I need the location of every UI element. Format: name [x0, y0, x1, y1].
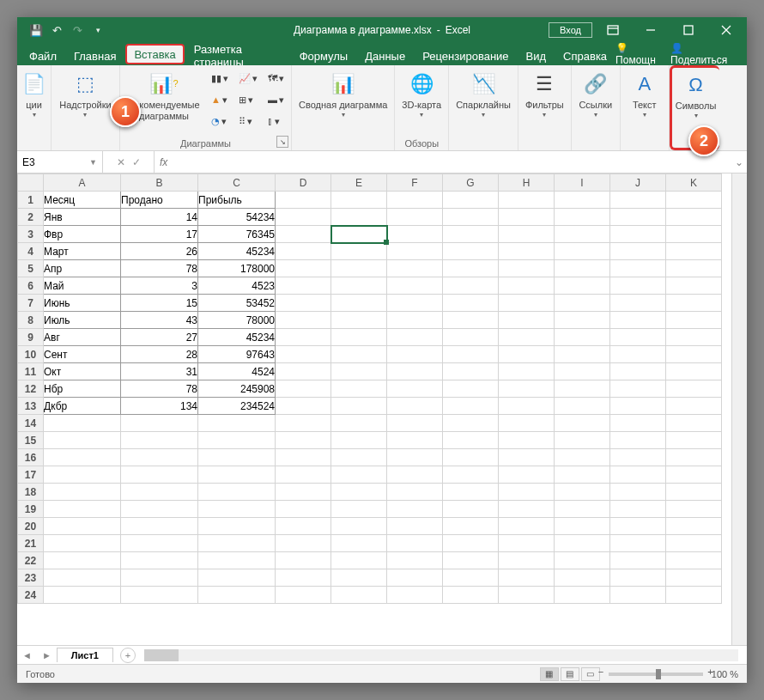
cell[interactable]: [666, 209, 722, 226]
cell[interactable]: Сент: [44, 346, 121, 363]
cell[interactable]: [387, 587, 443, 604]
formula-input[interactable]: [173, 151, 731, 173]
cell[interactable]: [610, 398, 666, 415]
cell[interactable]: [443, 501, 499, 518]
cell[interactable]: 97643: [198, 346, 276, 363]
row-header[interactable]: 13: [18, 398, 44, 415]
column-header[interactable]: K: [666, 174, 722, 192]
hierarchy-chart-button[interactable]: ▲▾: [209, 90, 231, 109]
cell[interactable]: 78: [121, 260, 198, 277]
filters-button[interactable]: ☰Фильтры: [524, 69, 566, 121]
cell[interactable]: [610, 363, 666, 380]
cell[interactable]: [443, 587, 499, 604]
cell[interactable]: [331, 449, 387, 466]
cell[interactable]: [499, 380, 555, 398]
cell[interactable]: [331, 587, 387, 604]
zoom-slider[interactable]: [609, 673, 703, 676]
cell[interactable]: [666, 535, 722, 552]
fx-label[interactable]: fx: [155, 151, 173, 173]
cell[interactable]: [499, 329, 555, 346]
cell[interactable]: [331, 552, 387, 569]
cell[interactable]: [44, 518, 121, 535]
cell[interactable]: Окт: [44, 363, 121, 380]
share-button[interactable]: 👤Поделиться: [670, 42, 733, 66]
cell[interactable]: [610, 209, 666, 226]
cell[interactable]: [387, 466, 443, 484]
cell[interactable]: [44, 415, 121, 432]
cell[interactable]: [499, 312, 555, 329]
cell[interactable]: [666, 295, 722, 312]
cell[interactable]: 76345: [198, 226, 276, 243]
row-header[interactable]: 17: [18, 466, 44, 484]
cell[interactable]: [276, 449, 331, 466]
row-header[interactable]: 24: [18, 587, 44, 604]
cell[interactable]: [610, 192, 666, 209]
cell[interactable]: [387, 535, 443, 552]
add-sheet-icon[interactable]: +: [120, 648, 136, 663]
horizontal-scrollbar[interactable]: [144, 649, 738, 661]
cell[interactable]: [44, 552, 121, 569]
cell[interactable]: [198, 535, 276, 552]
cell[interactable]: [666, 226, 722, 243]
cell[interactable]: [331, 260, 387, 277]
cell[interactable]: [331, 226, 387, 243]
cell[interactable]: [198, 484, 276, 501]
row-header[interactable]: 6: [18, 277, 44, 295]
cell[interactable]: [555, 449, 610, 466]
cell[interactable]: [499, 535, 555, 552]
row-header[interactable]: 20: [18, 518, 44, 535]
sheet-tab[interactable]: Лист1: [57, 648, 113, 662]
cell[interactable]: [387, 192, 443, 209]
cell[interactable]: [666, 398, 722, 415]
cell[interactable]: [666, 569, 722, 587]
cell[interactable]: [387, 209, 443, 226]
cell[interactable]: [443, 484, 499, 501]
tab-review[interactable]: Рецензирование: [414, 43, 517, 65]
tab-help[interactable]: Справка: [555, 43, 615, 65]
cell[interactable]: Нбр: [44, 380, 121, 398]
cell[interactable]: [555, 398, 610, 415]
column-header[interactable]: H: [499, 174, 555, 192]
cell[interactable]: [276, 380, 331, 398]
cell[interactable]: 234524: [198, 398, 276, 415]
cell[interactable]: [331, 312, 387, 329]
cell[interactable]: [198, 587, 276, 604]
cell[interactable]: [666, 432, 722, 449]
cell[interactable]: [331, 518, 387, 535]
cell[interactable]: 4523: [198, 277, 276, 295]
cell[interactable]: [387, 569, 443, 587]
tab-formulas[interactable]: Формулы: [291, 43, 357, 65]
cell[interactable]: [443, 260, 499, 277]
cell[interactable]: [610, 295, 666, 312]
cell[interactable]: [331, 295, 387, 312]
cell[interactable]: [121, 535, 198, 552]
cell[interactable]: [610, 569, 666, 587]
cell[interactable]: [331, 398, 387, 415]
cell[interactable]: [499, 398, 555, 415]
cell[interactable]: [44, 466, 121, 484]
cell[interactable]: [443, 398, 499, 415]
cell[interactable]: [666, 449, 722, 466]
cell[interactable]: [331, 277, 387, 295]
cell[interactable]: 15: [121, 295, 198, 312]
cell[interactable]: Дкбр: [44, 398, 121, 415]
pie-chart-button[interactable]: ◔▾: [209, 112, 231, 131]
row-header[interactable]: 21: [18, 535, 44, 552]
cell[interactable]: [610, 380, 666, 398]
column-header[interactable]: J: [610, 174, 666, 192]
cell[interactable]: Продано: [121, 192, 198, 209]
cell[interactable]: Март: [44, 243, 121, 260]
row-header[interactable]: 1: [18, 192, 44, 209]
cell[interactable]: 17: [121, 226, 198, 243]
row-header[interactable]: 12: [18, 380, 44, 398]
pivot-chart-button[interactable]: 📊Сводная диаграмма: [297, 69, 389, 121]
cell[interactable]: [276, 295, 331, 312]
cell[interactable]: [499, 260, 555, 277]
cell[interactable]: [555, 569, 610, 587]
cell[interactable]: [610, 329, 666, 346]
cell[interactable]: [44, 432, 121, 449]
cell[interactable]: [276, 243, 331, 260]
cell[interactable]: 54234: [198, 209, 276, 226]
cell[interactable]: [387, 432, 443, 449]
cell[interactable]: [499, 466, 555, 484]
